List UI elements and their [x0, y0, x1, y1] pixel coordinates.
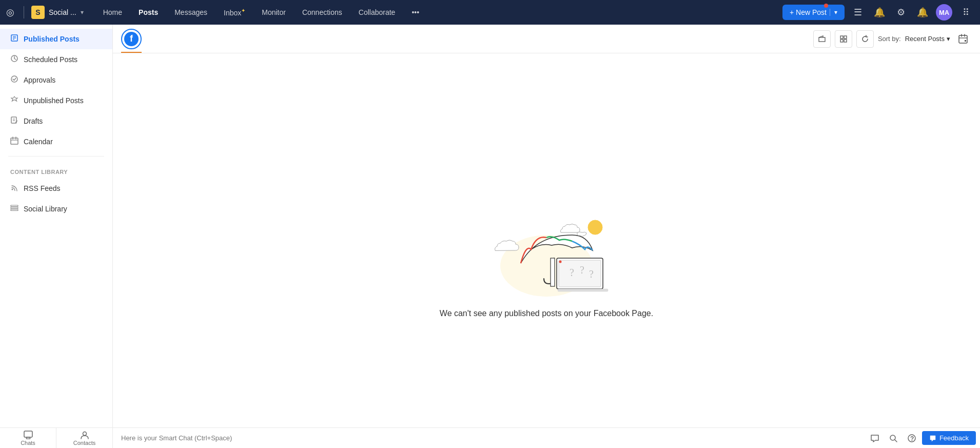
inbox-star-icon: ✦: [241, 8, 245, 13]
nav-inbox[interactable]: Inbox✦: [217, 5, 252, 20]
drafts-icon: [10, 116, 18, 126]
help-icon[interactable]: ?: [904, 430, 920, 446]
drafts-label: Drafts: [24, 117, 43, 125]
main-nav: Home Posts Messages Inbox✦ Monitor Conne…: [96, 5, 778, 20]
tabs-bar: f Sort by: Recent Posts ▾: [113, 25, 980, 53]
svg-rect-21: [844, 40, 847, 42]
svg-point-34: [559, 260, 562, 263]
scheduled-posts-icon: [10, 54, 18, 65]
sidebar-item-calendar[interactable]: Calendar: [0, 131, 112, 152]
content-library-label: CONTENT LIBRARY: [0, 161, 112, 178]
toolbar-right: Sort by: Recent Posts ▾: [813, 30, 972, 48]
sort-dropdown[interactable]: Recent Posts ▾: [905, 35, 950, 43]
nav-posts[interactable]: Posts: [131, 5, 165, 20]
sidebar-item-scheduled-posts[interactable]: Scheduled Posts: [0, 49, 112, 70]
chats-label: Chats: [21, 440, 35, 446]
sidebar-item-social-library[interactable]: Social Library: [0, 199, 112, 219]
hamburger-menu-icon[interactable]: ☰: [850, 4, 866, 21]
list-view-button[interactable]: [813, 30, 831, 48]
unpublished-posts-label: Unpublished Posts: [24, 96, 84, 105]
sidebar-item-rss-feeds[interactable]: RSS Feeds: [0, 178, 112, 199]
bottom-bar: Chats Contacts ? Feedback: [0, 427, 980, 448]
feedback-button[interactable]: Feedback: [922, 431, 976, 445]
svg-rect-20: [840, 40, 843, 42]
svg-point-13: [12, 189, 13, 190]
svg-rect-36: [551, 258, 555, 286]
social-library-label: Social Library: [24, 205, 67, 213]
sidebar-item-approvals[interactable]: Approvals: [0, 70, 112, 90]
chats-button[interactable]: Chats: [0, 428, 56, 448]
social-library-icon: [10, 204, 18, 214]
settings-gear-icon[interactable]: ⚙: [893, 4, 909, 21]
feedback-label: Feedback: [939, 434, 969, 442]
empty-state: ? ? ? We can't see any published posts o…: [113, 53, 980, 448]
brand-letter: S: [31, 6, 45, 19]
svg-rect-9: [11, 138, 18, 144]
facebook-tab[interactable]: f: [121, 29, 142, 49]
svg-point-5: [11, 76, 17, 82]
nav-more[interactable]: •••: [404, 5, 426, 20]
refresh-button[interactable]: [856, 30, 874, 48]
svg-rect-35: [558, 289, 608, 291]
nav-monitor[interactable]: Monitor: [254, 5, 293, 20]
svg-text:?: ?: [570, 267, 574, 278]
chat-icon[interactable]: [867, 430, 883, 446]
nav-collaborate[interactable]: Collaborate: [351, 5, 403, 20]
contacts-button[interactable]: Contacts: [56, 428, 113, 448]
calendar-view-icon[interactable]: [954, 30, 972, 48]
svg-text:?: ?: [589, 268, 594, 280]
grid-view-button[interactable]: [835, 30, 852, 48]
calendar-label: Calendar: [24, 138, 53, 146]
svg-rect-17: [819, 37, 825, 42]
sort-value: Recent Posts: [905, 35, 945, 43]
new-post-label: + New Post: [790, 8, 827, 16]
nav-messages[interactable]: Messages: [167, 5, 214, 20]
new-post-badge: [824, 4, 828, 8]
svg-line-41: [895, 440, 897, 442]
sidebar: Published Posts Scheduled Posts Approval…: [0, 25, 113, 448]
rss-feeds-icon: [10, 183, 18, 193]
new-post-button[interactable]: + New Post ▾: [782, 5, 845, 20]
brand-chevron-icon[interactable]: ▾: [81, 9, 84, 16]
svg-rect-22: [959, 35, 967, 43]
unpublished-posts-icon: [10, 95, 18, 106]
sort-by-label: Sort by:: [878, 35, 901, 43]
scheduled-posts-label: Scheduled Posts: [24, 55, 77, 64]
apps-grid-icon[interactable]: ⠿: [957, 4, 974, 21]
sidebar-divider: [8, 156, 104, 157]
sidebar-item-unpublished-posts[interactable]: Unpublished Posts: [0, 90, 112, 111]
avatar[interactable]: MA: [936, 4, 952, 21]
bottom-right-icons: ? Feedback: [867, 430, 980, 446]
svg-point-39: [83, 432, 86, 435]
svg-rect-18: [840, 36, 843, 38]
app-logo-icon: ◎: [6, 7, 14, 18]
search-icon[interactable]: [885, 430, 901, 446]
top-navigation: ◎ S Social ... ▾ Home Posts Messages Inb…: [0, 0, 980, 25]
approvals-icon: [10, 75, 18, 85]
nav-divider: [24, 6, 24, 18]
main-content: f Sort by: Recent Posts ▾: [113, 25, 980, 448]
nav-connections[interactable]: Connections: [295, 5, 349, 20]
new-post-chevron-icon[interactable]: ▾: [830, 9, 837, 16]
svg-text:?: ?: [580, 264, 584, 276]
facebook-icon: f: [124, 32, 139, 46]
bell-icon[interactable]: 🔔: [871, 4, 888, 21]
topnav-right-actions: + New Post ▾ ☰ 🔔 ⚙ 🔔 MA ⠿: [782, 4, 974, 21]
empty-state-message: We can't see any published posts on your…: [440, 309, 653, 318]
notifications-icon[interactable]: 🔔: [914, 4, 931, 21]
sidebar-item-published-posts[interactable]: Published Posts: [0, 29, 112, 49]
sidebar-item-drafts[interactable]: Drafts: [0, 111, 112, 131]
svg-rect-14: [11, 205, 18, 207]
nav-home[interactable]: Home: [96, 5, 129, 20]
approvals-label: Approvals: [24, 76, 55, 84]
calendar-icon: [10, 137, 18, 147]
svg-rect-15: [11, 207, 18, 209]
smart-chat-input[interactable]: [113, 434, 867, 442]
contacts-label: Contacts: [73, 440, 95, 446]
svg-point-28: [588, 220, 602, 235]
svg-rect-19: [844, 36, 847, 38]
sort-chevron-icon: ▾: [947, 35, 950, 43]
main-layout: Published Posts Scheduled Posts Approval…: [0, 25, 980, 448]
empty-illustration: ? ? ?: [469, 184, 623, 297]
rss-feeds-label: RSS Feeds: [24, 184, 61, 192]
